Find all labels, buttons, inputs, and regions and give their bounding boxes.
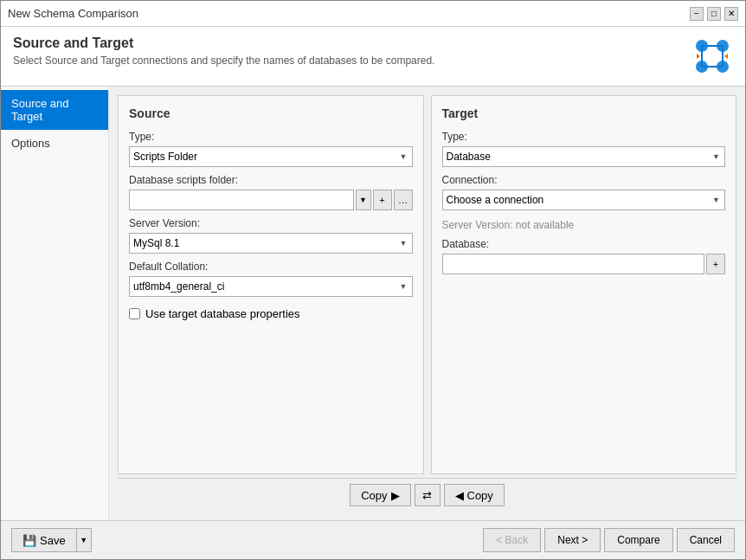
target-panel-title: Target <box>442 106 726 120</box>
sidebar-item-options[interactable]: Options <box>1 130 108 157</box>
footer-right: < Back Next > Compare Cancel <box>483 528 735 552</box>
source-collation-label: Default Collation: <box>129 261 413 273</box>
schema-comparison-icon <box>691 35 733 77</box>
footer-left: 💾 Save ▼ <box>11 528 92 552</box>
source-db-scripts-input[interactable] <box>129 190 354 210</box>
source-panel: Source Type: Scripts Folder Database scr… <box>118 95 424 474</box>
swap-button[interactable]: ⇄ <box>415 484 441 506</box>
copy-left-button[interactable]: ◀ Copy <box>444 484 505 506</box>
target-type-field: Type: Database <box>442 131 726 167</box>
footer: 💾 Save ▼ < Back Next > Compare Cancel <box>1 520 745 559</box>
source-db-scripts-browse-btn[interactable]: … <box>394 190 413 210</box>
source-type-label: Type: <box>129 131 413 143</box>
copy-right-button[interactable]: Copy ▶ <box>350 484 410 506</box>
source-type-field: Type: Scripts Folder <box>129 131 413 167</box>
target-panel: Target Type: Database Connection: <box>431 95 737 474</box>
source-type-select[interactable]: Scripts Folder <box>129 146 413 167</box>
save-label: Save <box>40 534 66 547</box>
target-server-version-text: Server Version: not available <box>442 219 726 231</box>
swap-icon: ⇄ <box>422 489 432 502</box>
back-button[interactable]: < Back <box>483 528 541 552</box>
target-type-label: Type: <box>442 131 726 143</box>
sidebar-item-source-target[interactable]: Source and Target <box>1 90 108 130</box>
close-button[interactable]: ✕ <box>724 7 738 21</box>
save-button[interactable]: 💾 Save <box>11 528 76 552</box>
use-target-props-label: Use target database properties <box>145 307 300 320</box>
target-database-label: Database: <box>442 238 726 250</box>
save-icon: 💾 <box>23 534 36 547</box>
maximize-button[interactable]: □ <box>707 7 721 21</box>
header-content: Source and Target Select Source and Targ… <box>13 35 434 67</box>
target-database-add-btn[interactable]: + <box>706 254 725 274</box>
save-dropdown-button[interactable]: ▼ <box>76 528 92 552</box>
copy-left-label: Copy <box>467 489 493 502</box>
target-type-select[interactable]: Database <box>442 146 726 167</box>
target-connection-label: Connection: <box>442 174 726 186</box>
source-collation-select[interactable]: utf8mb4_general_ci <box>129 276 413 297</box>
title-bar-buttons: − □ ✕ <box>690 7 738 21</box>
source-db-scripts-label: Database scripts folder: <box>129 174 413 186</box>
target-connection-field: Connection: Choose a connection <box>442 174 726 210</box>
copy-bar: Copy ▶ ⇄ ◀ Copy <box>118 478 736 512</box>
window-title: New Schema Comparison <box>8 7 138 20</box>
source-checkbox-row: Use target database properties <box>129 307 413 320</box>
target-connection-wrapper: Choose a connection <box>442 190 726 210</box>
source-server-version-label: Server Version: <box>129 217 413 229</box>
header-title: Source and Target <box>13 35 434 51</box>
source-db-scripts-dropdown-btn[interactable]: ▼ <box>356 190 371 210</box>
source-server-version-wrapper: MySql 8.1 <box>129 233 413 254</box>
copy-left-arrow-icon: ◀ <box>455 489 464 502</box>
target-database-field: Database: + <box>442 238 726 274</box>
target-database-row: + <box>442 254 726 274</box>
header: Source and Target Select Source and Targ… <box>1 27 745 87</box>
source-db-scripts-add-btn[interactable]: + <box>373 190 392 210</box>
copy-right-label: Copy <box>361 489 387 502</box>
header-description: Select Source and Target connections and… <box>13 55 434 67</box>
next-button[interactable]: Next > <box>544 528 601 552</box>
sidebar: Source and Target Options <box>1 87 109 520</box>
source-db-scripts-input-row: ▼ + … <box>129 190 413 210</box>
copy-right-arrow-icon: ▶ <box>391 489 400 502</box>
source-type-select-wrapper: Scripts Folder <box>129 146 413 167</box>
cancel-button[interactable]: Cancel <box>677 528 735 552</box>
compare-button[interactable]: Compare <box>604 528 672 552</box>
target-database-input[interactable] <box>442 254 705 274</box>
source-server-version-field: Server Version: MySql 8.1 <box>129 217 413 254</box>
target-connection-select[interactable]: Choose a connection <box>442 190 726 210</box>
main-window: New Schema Comparison − □ ✕ Source and T… <box>0 0 746 560</box>
main-content: Source Type: Scripts Folder Database scr… <box>109 87 745 520</box>
content-area: Source and Target Options Source Type: S… <box>1 87 745 520</box>
target-type-select-wrapper: Database <box>442 146 726 167</box>
use-target-props-checkbox[interactable] <box>129 308 140 319</box>
panels-container: Source Type: Scripts Folder Database scr… <box>118 95 736 474</box>
source-collation-field: Default Collation: utf8mb4_general_ci <box>129 261 413 297</box>
source-panel-title: Source <box>129 106 413 120</box>
source-server-version-select[interactable]: MySql 8.1 <box>129 233 413 254</box>
source-db-scripts-field: Database scripts folder: ▼ + … <box>129 174 413 210</box>
title-bar: New Schema Comparison − □ ✕ <box>1 1 745 27</box>
source-collation-wrapper: utf8mb4_general_ci <box>129 276 413 297</box>
target-server-version-field: Server Version: not available <box>442 217 726 231</box>
minimize-button[interactable]: − <box>690 7 704 21</box>
